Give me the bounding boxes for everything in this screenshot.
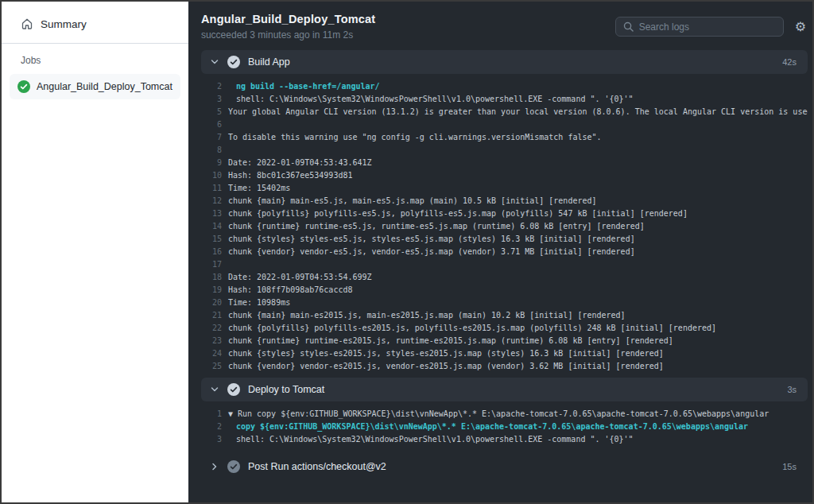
line-text: chunk {polyfills} polyfills-es5.js, poly… bbox=[228, 207, 688, 220]
log-line[interactable]: 11Time: 15402ms bbox=[201, 182, 808, 195]
line-number: 15 bbox=[201, 233, 222, 246]
log-line[interactable]: 14chunk {runtime} runtime-es5.js, runtim… bbox=[201, 220, 808, 233]
line-text: chunk {main} main-es2015.js, main-es2015… bbox=[228, 309, 626, 322]
log-line[interactable]: 9Date: 2022-01-09T04:53:43.641Z bbox=[201, 157, 808, 169]
search-logs-input[interactable] bbox=[639, 21, 776, 33]
step-success-icon bbox=[227, 383, 240, 396]
line-text: chunk {styles} styles-es2015.js, styles-… bbox=[228, 347, 664, 360]
log-line[interactable]: 16chunk {vendor} vendor-es5.js, vendor-e… bbox=[201, 246, 808, 258]
log-line[interactable]: 17 bbox=[201, 258, 808, 271]
line-text: To disable this warning use "ng config -… bbox=[228, 131, 602, 144]
line-number: 6 bbox=[201, 118, 222, 131]
line-text: Date: 2022-01-09T04:53:43.641Z bbox=[228, 157, 372, 169]
line-text: chunk {styles} styles-es5.js, styles-es5… bbox=[228, 233, 635, 246]
chevron-down-icon bbox=[210, 386, 219, 394]
sidebar-item-summary[interactable]: Summary bbox=[2, 2, 188, 43]
step-success-icon bbox=[227, 460, 240, 473]
log-line[interactable]: 21chunk {main} main-es2015.js, main-es20… bbox=[201, 309, 808, 322]
log-line[interactable]: 23chunk {runtime} runtime-es2015.js, run… bbox=[201, 335, 808, 347]
workflow-run-window: Summary Jobs Angular_Build_Deploy_Tomcat… bbox=[0, 0, 814, 504]
line-text: chunk {main} main-es5.js, main-es5.js.ma… bbox=[228, 195, 597, 207]
sidebar: Summary Jobs Angular_Build_Deploy_Tomcat bbox=[2, 2, 188, 502]
sidebar-item-job[interactable]: Angular_Build_Deploy_Tomcat bbox=[10, 74, 180, 99]
run-title-block: Angular_Build_Deploy_Tomcat succeeded 3 … bbox=[201, 13, 375, 41]
log-line[interactable]: 6 bbox=[201, 118, 808, 131]
line-number: 2 bbox=[201, 80, 222, 93]
line-number: 16 bbox=[201, 246, 222, 258]
jobs-section-label: Jobs bbox=[2, 44, 188, 74]
line-text: chunk {runtime} runtime-es5.js, runtime-… bbox=[228, 220, 645, 233]
log-line[interactable]: 12chunk {main} main-es5.js, main-es5.js.… bbox=[201, 195, 808, 207]
log-line[interactable]: 2copy ${env:GITHUB_WORKSPACE}\dist\vnNew… bbox=[201, 421, 808, 433]
run-header: Angular_Build_Deploy_Tomcat succeeded 3 … bbox=[201, 2, 808, 50]
line-number: 19 bbox=[201, 284, 222, 297]
log-line[interactable]: 24chunk {styles} styles-es2015.js, style… bbox=[201, 347, 808, 360]
log-area: Build App42s2ng build --base-href=/angul… bbox=[201, 50, 808, 502]
step-post-run-checkout[interactable]: Post Run actions/checkout@v2 15s bbox=[201, 456, 808, 478]
log-line[interactable]: 7To disable this warning use "ng config … bbox=[201, 131, 808, 144]
line-number: 1 bbox=[201, 408, 222, 421]
line-number: 14 bbox=[201, 220, 222, 233]
line-number: 25 bbox=[201, 360, 222, 373]
line-number: 3 bbox=[201, 93, 222, 106]
step-title: Build App bbox=[248, 56, 290, 68]
line-number: 13 bbox=[201, 207, 222, 220]
step-title: Post Run actions/checkout@v2 bbox=[248, 461, 386, 472]
log-line[interactable]: 5Your global Angular CLI version (13.1.2… bbox=[201, 106, 808, 118]
line-text: chunk {vendor} vendor-es5.js, vendor-es5… bbox=[228, 246, 635, 258]
line-number: 18 bbox=[201, 271, 222, 284]
line-text: Time: 15402ms bbox=[228, 182, 290, 195]
job-name: Angular_Build_Deploy_Tomcat bbox=[37, 81, 172, 92]
line-number: 23 bbox=[201, 335, 222, 347]
search-icon bbox=[623, 21, 634, 32]
line-text: Time: 10989ms bbox=[228, 297, 290, 309]
log-line[interactable]: 3shell: C:\Windows\System32\WindowsPower… bbox=[201, 93, 808, 106]
line-number: 9 bbox=[201, 157, 222, 169]
log-line[interactable]: 18Date: 2022-01-09T04:53:54.699Z bbox=[201, 271, 808, 284]
step-title: Deploy to Tomcat bbox=[248, 384, 324, 395]
section-header[interactable]: Build App42s bbox=[201, 50, 808, 74]
line-number: 7 bbox=[201, 131, 222, 144]
log-settings-gear-icon[interactable]: ⚙ bbox=[795, 21, 806, 33]
step-duration: 15s bbox=[782, 462, 797, 471]
log-section: Deploy to Tomcat3s1▼ Run copy ${env:GITH… bbox=[201, 378, 808, 451]
line-text: shell: C:\Windows\System32\WindowsPowerS… bbox=[228, 433, 634, 446]
line-number: 17 bbox=[201, 258, 222, 271]
log-line[interactable]: 19Hash: 108ff7b098ab76caccd8 bbox=[201, 284, 808, 297]
step-success-icon bbox=[227, 56, 240, 68]
header-actions: ⚙ bbox=[615, 17, 806, 37]
line-number: 10 bbox=[201, 169, 222, 182]
section-log-body: 1▼ Run copy ${env:GITHUB_WORKSPACE}\dist… bbox=[201, 401, 808, 451]
line-text: ng build --base-href=/angular/ bbox=[228, 80, 380, 93]
log-line[interactable]: 1▼ Run copy ${env:GITHUB_WORKSPACE}\dist… bbox=[201, 408, 808, 421]
log-section: Build App42s2ng build --base-href=/angul… bbox=[201, 50, 808, 378]
log-line[interactable]: 13chunk {polyfills} polyfills-es5.js, po… bbox=[201, 207, 808, 220]
line-text: ▼ Run copy ${env:GITHUB_WORKSPACE}\dist\… bbox=[228, 408, 769, 421]
section-log-body: 2ng build --base-href=/angular/3shell: C… bbox=[201, 74, 808, 378]
line-number: 22 bbox=[201, 322, 222, 335]
summary-label: Summary bbox=[41, 18, 87, 30]
line-number: 21 bbox=[201, 309, 222, 322]
line-number: 24 bbox=[201, 347, 222, 360]
line-text: shell: C:\Windows\System32\WindowsPowerS… bbox=[228, 93, 634, 106]
log-line[interactable]: 20Time: 10989ms bbox=[201, 297, 808, 309]
log-line[interactable]: 22chunk {polyfills} polyfills-es2015.js,… bbox=[201, 322, 808, 335]
search-logs-box[interactable] bbox=[615, 17, 784, 37]
job-success-icon bbox=[17, 80, 30, 93]
line-text: chunk {vendor} vendor-es2015.js, vendor-… bbox=[228, 360, 664, 373]
step-duration: 42s bbox=[782, 57, 797, 67]
section-header[interactable]: Deploy to Tomcat3s bbox=[201, 378, 808, 401]
home-icon bbox=[21, 17, 33, 30]
run-status-text: succeeded 3 minutes ago in 11m 2s bbox=[201, 29, 375, 41]
log-line[interactable]: 15chunk {styles} styles-es5.js, styles-e… bbox=[201, 233, 808, 246]
line-text: Hash: 8bc01c367ee534993d81 bbox=[228, 169, 353, 182]
log-line[interactable]: 25chunk {vendor} vendor-es2015.js, vendo… bbox=[201, 360, 808, 373]
step-duration: 3s bbox=[787, 385, 797, 394]
log-line[interactable]: 8 bbox=[201, 144, 808, 157]
line-text: Date: 2022-01-09T04:53:54.699Z bbox=[228, 271, 372, 284]
log-panel: Angular_Build_Deploy_Tomcat succeeded 3 … bbox=[188, 2, 812, 502]
line-number: 5 bbox=[201, 106, 222, 118]
log-line[interactable]: 2ng build --base-href=/angular/ bbox=[201, 80, 808, 93]
log-line[interactable]: 10Hash: 8bc01c367ee534993d81 bbox=[201, 169, 808, 182]
log-line[interactable]: 3shell: C:\Windows\System32\WindowsPower… bbox=[201, 433, 808, 446]
